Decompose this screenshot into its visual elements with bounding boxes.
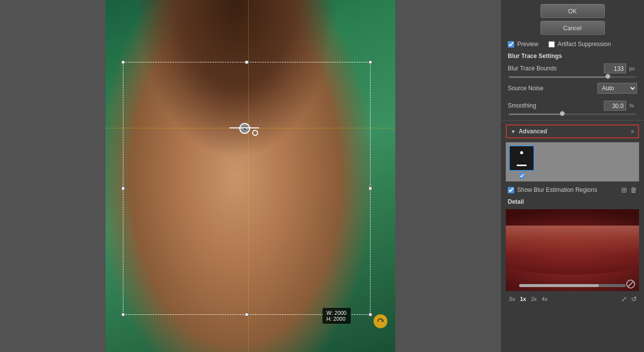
- guide-vertical: [248, 0, 249, 352]
- blur-trace-thumbnail-area: [506, 142, 639, 181]
- source-noise-select[interactable]: Auto Low Medium High: [597, 83, 637, 94]
- zoom-1x[interactable]: 1x: [520, 296, 526, 302]
- detail-header: Detail: [501, 196, 644, 207]
- thumb-checkbox[interactable]: [519, 173, 525, 178]
- smoothing-slider-fill: [509, 114, 562, 115]
- rotation-handle[interactable]: [374, 314, 387, 328]
- advanced-arrow-icon: ▼: [511, 129, 516, 134]
- blur-trace-bounds-value[interactable]: 133: [604, 63, 626, 73]
- detail-scrollbar[interactable]: [519, 284, 626, 287]
- add-estimation-icon[interactable]: ⊞: [621, 186, 627, 194]
- preview-row: Preview Artifact Suppression: [501, 39, 644, 50]
- smoothing-row: Smoothing 30.0 %: [501, 99, 644, 113]
- blur-trace-bounds-row: Blur Trace Bounds 133 px: [501, 61, 644, 75]
- rotate-cursor[interactable]: [252, 130, 258, 136]
- zoom-2x[interactable]: 2x: [531, 296, 537, 302]
- right-panel: OK Cancel Preview Artifact Suppression B…: [500, 0, 644, 352]
- divider-1: [501, 120, 644, 120]
- move-cursor[interactable]: [239, 123, 250, 134]
- preview-checkbox[interactable]: [508, 41, 514, 48]
- advanced-section: ▼ Advanced ≡: [506, 124, 639, 138]
- smoothing-unit: %: [629, 103, 637, 109]
- blur-trace-thumbnail[interactable]: [509, 145, 535, 171]
- lip-shape: [506, 226, 639, 275]
- zoom-controls: .5x 1x 2x 4x ⤢ ↺: [501, 293, 644, 305]
- move-line: [229, 127, 259, 128]
- canvas-image: W: 2000 H: 2000: [106, 0, 395, 352]
- detail-scrollbar-thumb[interactable]: [519, 284, 599, 287]
- blur-trace-bounds-label: Blur Trace Bounds: [508, 65, 601, 72]
- artifact-suppression-label: Artifact Suppression: [558, 41, 611, 48]
- estimation-icons: ⊞ 🗑: [621, 186, 637, 194]
- zoom-reset-icon[interactable]: ↺: [631, 295, 637, 303]
- portrait-hair: [134, 0, 337, 159]
- detail-image: [506, 209, 639, 291]
- blur-trace-bounds-slider-track[interactable]: [509, 76, 636, 78]
- size-tooltip: W: 2000 H: 2000: [322, 308, 351, 324]
- delete-estimation-icon[interactable]: 🗑: [630, 186, 637, 194]
- smoothing-value[interactable]: 30.0: [604, 101, 626, 111]
- estimation-row: Show Blur Estimation Regions ⊞ 🗑: [501, 183, 644, 196]
- thumb-checkbox-row: [519, 173, 525, 178]
- show-blur-estimation-label: Show Blur Estimation Regions: [517, 186, 597, 193]
- canvas-area: W: 2000 H: 2000: [0, 0, 500, 352]
- source-noise-label: Source Noise: [508, 85, 594, 92]
- smoothing-slider-container: [501, 113, 644, 118]
- artifact-suppression-checkbox[interactable]: [548, 41, 555, 48]
- detail-no-icon[interactable]: [626, 280, 635, 289]
- source-noise-row: Source Noise Auto Low Medium High: [501, 81, 644, 96]
- blur-trace-settings-header: Blur Trace Settings: [501, 50, 644, 61]
- ok-button[interactable]: OK: [540, 4, 605, 18]
- smoothing-slider-thumb[interactable]: [560, 111, 565, 116]
- advanced-title: Advanced: [519, 128, 547, 135]
- zoom-fit-icon[interactable]: ⤢: [621, 295, 627, 303]
- zoom-right-icons: ⤢ ↺: [621, 295, 637, 303]
- zoom-4x[interactable]: 4x: [542, 296, 548, 302]
- preview-label: Preview: [517, 41, 538, 48]
- smoothing-label: Smoothing: [508, 102, 601, 109]
- cancel-button[interactable]: Cancel: [540, 21, 605, 35]
- canvas-image-container: W: 2000 H: 2000: [106, 0, 395, 352]
- blur-trace-thumb-dot: [520, 151, 523, 154]
- panel-buttons: OK Cancel: [501, 0, 644, 39]
- smoothing-slider-track[interactable]: [509, 114, 636, 115]
- blur-trace-bounds-unit: px: [629, 65, 637, 71]
- show-blur-estimation-checkbox[interactable]: [508, 187, 514, 193]
- advanced-options-icon[interactable]: ≡: [631, 128, 634, 134]
- blur-trace-bounds-slider-thumb[interactable]: [605, 74, 610, 79]
- zoom-half[interactable]: .5x: [508, 296, 515, 302]
- blur-trace-bounds-slider-fill: [509, 76, 608, 78]
- advanced-header[interactable]: ▼ Advanced ≡: [507, 125, 638, 137]
- blur-trace-bounds-slider-container: [501, 75, 644, 81]
